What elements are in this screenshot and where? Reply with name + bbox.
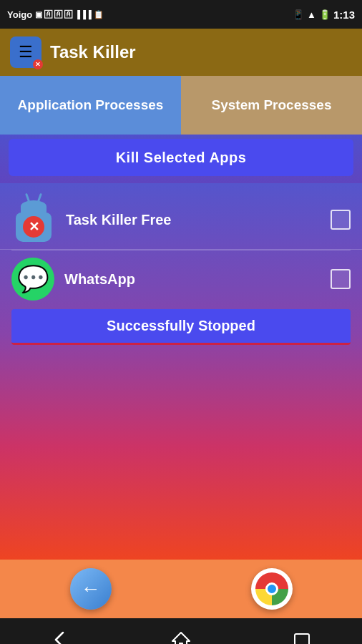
title-bar: ☰ ✕ Task Killer bbox=[0, 29, 362, 76]
bottom-bar: ← bbox=[0, 560, 362, 618]
battery-icon: 🔋 bbox=[319, 9, 331, 20]
back-button[interactable]: ← bbox=[70, 568, 112, 610]
task-killer-icon: ✕ bbox=[11, 197, 56, 242]
nav-home-icon bbox=[171, 630, 191, 644]
app-checkbox-task-killer[interactable] bbox=[331, 210, 351, 230]
back-arrow-icon: ← bbox=[81, 577, 101, 600]
app-checkbox-whatsapp[interactable] bbox=[331, 269, 351, 289]
nav-back-button[interactable] bbox=[50, 630, 70, 644]
app-list: ✕ Task Killer Free 💬 WhatsApp Successful… bbox=[0, 183, 362, 560]
chrome-icon bbox=[255, 572, 288, 605]
app-icon-badge: ✕ bbox=[33, 59, 43, 69]
svg-rect-1 bbox=[295, 634, 309, 644]
main-content: Kill Selected Apps ✕ Task Killer Free 💬 bbox=[0, 135, 362, 560]
x-overlay-icon: ✕ bbox=[23, 216, 44, 238]
tab-bar: Application Processes System Processes bbox=[0, 76, 362, 135]
whatsapp-icon: 💬 bbox=[11, 258, 54, 301]
status-bar: Yoigo ▣ 🄰 🄰 🄰 ▐▐▐ 📋 📱 ▲ 🔋 1:13 bbox=[0, 0, 362, 29]
nav-recent-button[interactable] bbox=[292, 630, 312, 644]
app-icon-symbol: ☰ bbox=[19, 43, 33, 62]
nav-home-button[interactable] bbox=[171, 630, 191, 644]
list-item-whatsapp: 💬 WhatsApp Successfully Stopped bbox=[0, 250, 362, 355]
antenna-right-icon bbox=[37, 193, 42, 202]
android-body-icon: ✕ bbox=[16, 213, 52, 242]
tab-application-processes[interactable]: Application Processes bbox=[0, 76, 181, 135]
carrier-text: Yoigo bbox=[7, 9, 32, 20]
wifi-icon: ▲ bbox=[307, 9, 316, 20]
app-title: Task Killer bbox=[50, 42, 136, 62]
tab-system-processes[interactable]: System Processes bbox=[181, 76, 362, 135]
kill-button-area: Kill Selected Apps bbox=[0, 135, 362, 183]
nav-recent-icon bbox=[292, 630, 312, 644]
refresh-button[interactable] bbox=[251, 568, 293, 610]
svg-marker-0 bbox=[172, 633, 190, 644]
success-message: Successfully Stopped bbox=[11, 309, 351, 345]
list-item: ✕ Task Killer Free bbox=[0, 190, 362, 250]
whatsapp-row: 💬 WhatsApp bbox=[11, 258, 351, 301]
antenna-left-icon bbox=[25, 193, 30, 202]
carrier-icons: ▣ 🄰 🄰 🄰 ▐▐▐ 📋 bbox=[35, 10, 104, 19]
nav-back-icon bbox=[50, 630, 70, 644]
app-icon: ☰ ✕ bbox=[10, 36, 41, 68]
phone-icon: 📱 bbox=[293, 9, 304, 20]
app-name-task-killer: Task Killer Free bbox=[66, 212, 321, 228]
nav-bar bbox=[0, 618, 362, 644]
kill-selected-button[interactable]: Kill Selected Apps bbox=[9, 139, 353, 176]
time-display: 1:13 bbox=[333, 9, 355, 21]
chrome-center-icon bbox=[265, 582, 278, 595]
app-name-whatsapp: WhatsApp bbox=[64, 271, 321, 288]
